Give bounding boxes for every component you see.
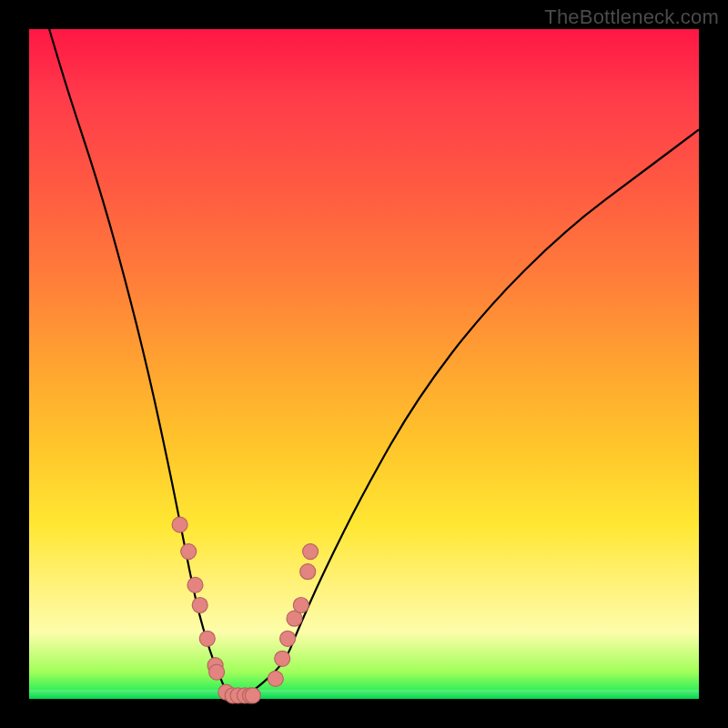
bottleneck-curve xyxy=(49,29,699,699)
plot-area xyxy=(29,29,699,699)
data-point xyxy=(293,598,308,613)
chart-frame: TheBottleneck.com xyxy=(0,0,728,728)
data-point xyxy=(181,544,197,560)
data-point xyxy=(199,631,215,646)
data-point xyxy=(187,577,203,592)
data-point xyxy=(280,631,296,646)
data-point xyxy=(245,688,260,703)
data-point xyxy=(192,598,207,613)
data-point xyxy=(300,564,316,580)
data-points-group xyxy=(172,517,318,703)
data-point xyxy=(268,671,283,686)
watermark-text: TheBottleneck.com xyxy=(544,5,719,29)
data-point xyxy=(303,544,318,560)
data-point xyxy=(172,517,187,532)
chart-svg xyxy=(29,29,699,699)
data-point xyxy=(209,664,225,680)
data-point xyxy=(275,651,290,666)
